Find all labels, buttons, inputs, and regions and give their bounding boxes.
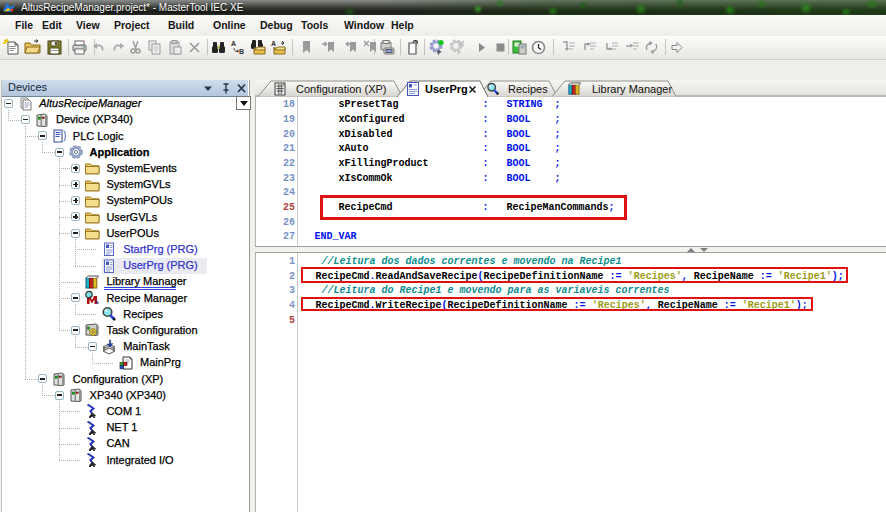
svg-text:B: B [239,48,244,55]
svg-text:A: A [231,40,236,47]
svg-text:A: A [271,40,276,47]
